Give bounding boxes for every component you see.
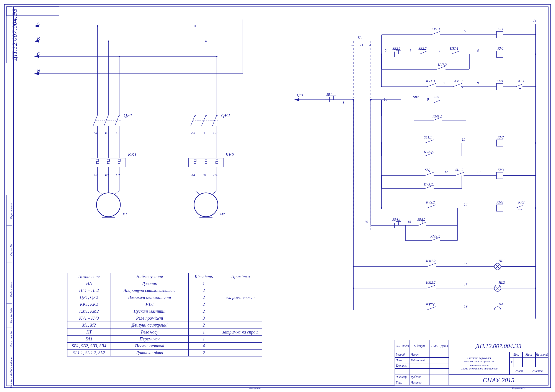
footer-copy: Коліровал xyxy=(249,386,261,390)
footer-format: Формат A1 xyxy=(512,386,526,390)
footer-svg xyxy=(0,0,555,392)
